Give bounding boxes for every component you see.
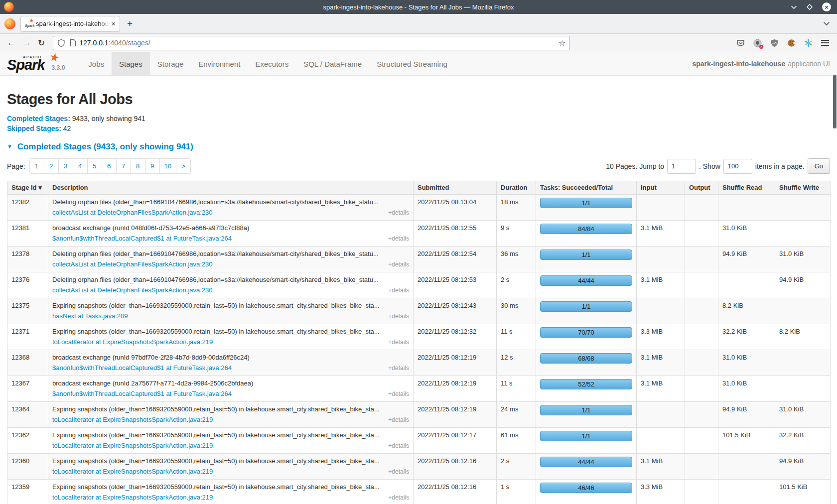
page-button-7[interactable]: 7 [116,158,131,174]
jump-to-page-input[interactable] [667,159,696,174]
details-toggle[interactable]: +details [388,259,409,269]
column-header-duration[interactable]: Duration [497,181,536,195]
page-button-2[interactable]: 2 [44,158,59,174]
spark-navbar: APACHE Spark ★ 3.3.0 Jobs Stages Storage… [0,52,837,76]
page-button-4[interactable]: 4 [73,158,88,174]
page-button-5[interactable]: 5 [87,158,102,174]
page-button-3[interactable]: 3 [58,158,73,174]
details-toggle[interactable]: +details [388,441,409,451]
forward-button[interactable]: → [22,38,31,48]
stage-row: 12367 broadcast exchange (runId 2a75677f… [7,376,831,402]
nav-item-storage[interactable]: Storage [150,52,191,75]
stage-callsite-link[interactable]: toLocalIterator at ExpireSnapshotsSparkA… [52,337,213,347]
page-button-1[interactable]: 1 [29,158,44,174]
nav-item-stages[interactable]: Stages [112,52,150,75]
stage-row: 12362 Expiring snapshots (older_than=166… [7,428,831,454]
bookmark-star-icon[interactable]: ☆ [558,38,565,48]
column-header-submitted[interactable]: Submitted [414,181,497,195]
tab-close-icon[interactable]: × [110,19,117,28]
stage-callsite-link[interactable]: collectAsList at DeleteOrphanFilesSparkA… [52,285,213,295]
nav-item-jobs[interactable]: Jobs [81,52,112,75]
url-text[interactable]: 127.0.0.1:4040/stages/ [79,39,558,47]
page-button-8[interactable]: 8 [131,158,145,174]
pocket-icon[interactable] [736,39,745,47]
list-tabs-chevron-icon[interactable] [823,21,830,26]
svg-text:uO: uO [772,41,777,44]
submitted-cell: 2022/11/25 08:12:32 [414,324,497,350]
duration-cell: 1 s [497,480,536,504]
shuffle-read-cell: 31.0 KiB [718,376,775,402]
skipped-stages-label: Skipped Stages: [7,125,61,132]
column-header-shuffle-read[interactable]: Shuffle Read [718,181,775,195]
maximize-button[interactable] [806,3,813,10]
column-header-input[interactable]: Input [637,181,685,195]
column-header-shuffle-write[interactable]: Shuffle Write [775,181,831,195]
page-button-6[interactable]: 6 [102,158,117,174]
page-scrollbar[interactable] [833,53,837,504]
container-mask-icon[interactable]: ✕ [753,39,762,47]
stage-callsite-link[interactable]: hasNext at Tasks.java:209 [52,311,128,321]
new-tab-button[interactable]: + [127,18,133,29]
stage-callsite-link[interactable]: collectAsList at DeleteOrphanFilesSparkA… [52,208,213,218]
duration-cell: 24 ms [497,402,536,428]
stage-callsite-link[interactable]: toLocalIterator at ExpireSnapshotsSparkA… [52,493,213,503]
stage-callsite-link[interactable]: toLocalIterator at ExpireSnapshotsSparkA… [52,441,213,451]
back-button[interactable]: ← [7,38,15,48]
column-header-tasks[interactable]: Tasks: Succeeded/Total [536,181,637,195]
pagination-row: Page: 1 2 3 4 5 6 7 8 9 10 > 10 Pages. J… [7,158,830,174]
stage-description: broadcast exchange (runId 97bdf70e-2f28-… [52,353,409,363]
url-bar[interactable]: 127.0.0.1:4040/stages/ ☆ [53,36,570,50]
details-toggle[interactable]: +details [388,337,409,347]
page-button-10[interactable]: 10 [159,158,176,174]
scrollbar-thumb[interactable] [833,75,837,128]
stage-callsite-link[interactable]: toLocalIterator at ExpireSnapshotsSparkA… [52,467,213,477]
go-button[interactable]: Go [808,158,830,174]
details-toggle[interactable]: +details [388,285,409,295]
items-per-page-input[interactable] [723,159,752,174]
page-button-9[interactable]: 9 [145,158,160,174]
browser-tab[interactable]: ★ Spark spark-ingest-into-lakehous × [20,16,120,32]
tracking-shield-icon[interactable] [57,39,65,47]
sort-arrow-icon: ▾ [38,184,42,191]
firefox-icon[interactable] [4,18,15,29]
column-header-stage-id[interactable]: Stage Id ▾ [7,181,48,195]
details-toggle[interactable]: +details [388,234,409,244]
nav-item-executors[interactable]: Executors [248,52,296,75]
close-button[interactable]: × [822,2,831,11]
details-toggle[interactable]: +details [388,415,409,425]
cookie-icon[interactable] [787,39,796,47]
stage-callsite-link[interactable]: $anonfun$withThreadLocalCaptured$1 at Fu… [52,363,232,373]
spark-logo[interactable]: APACHE Spark ★ 3.3.0 [0,52,70,75]
details-toggle[interactable]: +details [388,493,409,503]
extension-asterisk-icon[interactable] [804,39,813,47]
nav-item-structured-streaming[interactable]: Structured Streaming [369,52,455,75]
stage-id-cell: 12378 [7,247,48,272]
page-button-next[interactable]: > [176,158,191,174]
minimize-button[interactable] [791,5,797,9]
details-toggle[interactable]: +details [388,311,409,321]
stage-callsite-link[interactable]: $anonfun$withThreadLocalCaptured$1 at Fu… [52,234,232,244]
shuffle-read-cell [718,272,775,298]
stage-callsite-link[interactable]: collectAsList at DeleteOrphanFilesSparkA… [52,259,213,269]
stage-callsite-link[interactable]: $anonfun$withThreadLocalCaptured$1 at Fu… [52,389,232,399]
details-toggle[interactable]: +details [388,467,409,477]
ublock-origin-icon[interactable]: uO [770,39,779,47]
nav-item-environment[interactable]: Environment [191,52,248,75]
reload-button[interactable]: ↻ [38,38,45,48]
submitted-cell: 2022/11/25 08:12:19 [414,376,497,402]
stage-row: 12360 Expiring snapshots (older_than=166… [7,454,831,480]
page-info-icon[interactable] [70,39,76,47]
details-toggle[interactable]: +details [388,389,409,399]
details-toggle[interactable]: +details [388,208,409,218]
shuffle-read-cell [718,454,775,480]
stage-id-cell: 12376 [7,272,48,298]
stage-callsite-link[interactable]: toLocalIterator at ExpireSnapshotsSparkA… [52,415,213,425]
column-header-description[interactable]: Description [48,181,414,195]
menu-icon[interactable] [821,40,829,46]
details-toggle[interactable]: +details [388,363,409,373]
stage-description-cell: Expiring snapshots (older_than=166932055… [48,324,414,350]
completed-stages-section-header[interactable]: ▼ Completed Stages (9433, only showing 9… [7,142,830,152]
nav-item-sql-dataframe[interactable]: SQL / DataFrame [296,52,369,75]
column-header-output[interactable]: Output [685,181,718,195]
stage-description: Expiring snapshots (older_than=166932055… [52,482,409,492]
